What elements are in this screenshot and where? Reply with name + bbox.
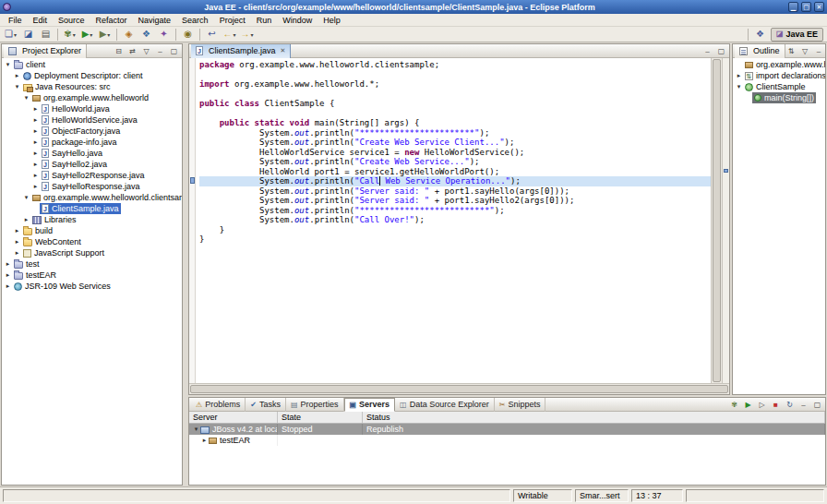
- window-titlebar[interactable]: Java EE - client/src/org/example/www/hel…: [0, 0, 827, 14]
- menu-source[interactable]: Source: [53, 16, 90, 25]
- expanded-arrow-icon[interactable]: ▾: [192, 424, 200, 435]
- code-line[interactable]: [199, 109, 711, 119]
- collapsed-arrow-icon[interactable]: ▸: [4, 270, 12, 281]
- annotation-ruler[interactable]: [189, 58, 196, 383]
- collapse-all-button[interactable]: ⊟: [113, 45, 125, 57]
- tree-item-helloworld-java[interactable]: ▸HelloWorld.java: [2, 103, 182, 114]
- dropdown-arrow-icon[interactable]: ▾: [250, 31, 253, 38]
- vertical-scroll-thumb[interactable]: [713, 59, 721, 382]
- open-perspective-button[interactable]: ❖: [752, 28, 768, 42]
- code-line[interactable]: System.out.println("Call Over!");: [199, 215, 711, 225]
- start-server-button[interactable]: ▶: [742, 399, 754, 411]
- debug-server-button[interactable]: ✾: [728, 399, 740, 411]
- new-web-service-button[interactable]: ◈: [121, 28, 137, 42]
- server-row-jboss-v4-2-at-localhost[interactable]: ▾JBoss v4.2 at localhostStoppedRepublish: [189, 424, 825, 435]
- tree-item-build[interactable]: ▸build: [2, 225, 182, 236]
- tab-tasks[interactable]: ✔Tasks: [246, 398, 286, 412]
- tree-item-sayhelloresponse-java[interactable]: ▸SayHelloResponse.java: [2, 181, 182, 192]
- tree-item-libraries[interactable]: ▸Libraries: [2, 214, 182, 225]
- new-wizard-button[interactable]: ❏▾: [3, 28, 18, 42]
- menu-file[interactable]: File: [3, 16, 28, 25]
- collapsed-arrow-icon[interactable]: ▸: [31, 181, 40, 192]
- editor-vertical-scrollbar[interactable]: [711, 58, 722, 383]
- last-edit-location-button[interactable]: ↩: [204, 28, 220, 42]
- print-button[interactable]: ▤: [38, 28, 54, 42]
- menu-refactor[interactable]: Refactor: [90, 16, 133, 25]
- server-row-testear[interactable]: ▸testEAR: [189, 435, 825, 446]
- collapsed-arrow-icon[interactable]: ▸: [13, 70, 21, 81]
- code-line[interactable]: HelloWorld port1 = service1.getHelloWorl…: [199, 167, 711, 177]
- expanded-arrow-icon[interactable]: ▾: [4, 59, 12, 70]
- tree-item-javascript-support[interactable]: ▸JavaScript Support: [2, 247, 182, 258]
- run-button[interactable]: ▶▾: [79, 28, 95, 42]
- collapsed-arrow-icon[interactable]: ▸: [31, 114, 40, 126]
- external-tools-button[interactable]: ▶▾: [97, 28, 113, 42]
- code-line[interactable]: [199, 90, 711, 100]
- outline-tab[interactable]: Outline: [735, 44, 785, 58]
- expanded-arrow-icon[interactable]: ▾: [22, 192, 30, 203]
- tree-item-main-string[interactable]: main(String[]): [733, 92, 825, 103]
- code-line[interactable]: [199, 70, 711, 80]
- collapsed-arrow-icon[interactable]: ▸: [13, 225, 21, 236]
- link-with-editor-button[interactable]: ⇄: [126, 45, 138, 57]
- view-menu-button[interactable]: ▽: [799, 45, 811, 57]
- horizontal-scroll-thumb[interactable]: [190, 385, 728, 393]
- tree-item-sayhello2-java[interactable]: ▸SayHello2.java: [2, 159, 182, 170]
- tree-item-sayhello2response-java[interactable]: ▸SayHello2Response.java: [2, 170, 182, 181]
- code-line[interactable]: System.out.println("Server said: " + por…: [199, 186, 711, 197]
- code-area[interactable]: package org.example.www.helloworld.clien…: [196, 58, 711, 383]
- new-servlet-button[interactable]: ❖: [138, 28, 154, 42]
- perspective-java-ee-button[interactable]: ◪ Java EE: [771, 28, 823, 42]
- code-line[interactable]: }: [199, 225, 711, 235]
- code-line[interactable]: }: [199, 234, 711, 245]
- code-line[interactable]: System.out.println("Server said: " + por…: [199, 196, 711, 206]
- code-line[interactable]: System.out.println("Call Web Service Ope…: [199, 176, 711, 186]
- menu-project[interactable]: Project: [214, 16, 251, 25]
- tree-item-deployment-descriptor-client[interactable]: ▸Deployment Descriptor: client: [2, 70, 182, 81]
- stop-server-button[interactable]: ■: [770, 399, 782, 411]
- search-button[interactable]: ◉: [180, 28, 196, 42]
- column-header-server[interactable]: Server: [189, 412, 278, 423]
- dropdown-arrow-icon[interactable]: ▾: [233, 31, 235, 38]
- tree-item-sayhello-java[interactable]: ▸SayHello.java: [2, 148, 182, 159]
- code-line[interactable]: System.out.println("********************…: [199, 128, 711, 138]
- tree-item-clientsample-java[interactable]: ClientSample.java: [2, 203, 182, 214]
- expanded-arrow-icon[interactable]: ▾: [13, 81, 21, 92]
- view-menu-button[interactable]: ▽: [140, 45, 152, 57]
- tree-item-testear[interactable]: ▸testEAR: [2, 270, 182, 281]
- tree-item-org-example-www-helloworld[interactable]: ▾org.example.www.helloworld: [2, 92, 182, 103]
- back-button[interactable]: ←▾: [222, 28, 237, 42]
- minimize-view-button[interactable]: –: [154, 45, 166, 57]
- collapsed-arrow-icon[interactable]: ▸: [200, 435, 209, 446]
- overview-ruler[interactable]: [722, 58, 729, 383]
- tree-item-helloworldservice-java[interactable]: ▸HelloWorldService.java: [2, 114, 182, 126]
- dropdown-arrow-icon[interactable]: ▾: [107, 31, 110, 38]
- menu-window[interactable]: Window: [277, 16, 318, 25]
- sort-button[interactable]: ⇅: [785, 45, 797, 57]
- maximize-window-button[interactable]: ▢: [801, 2, 811, 12]
- menu-navigate[interactable]: Navigate: [133, 16, 177, 25]
- tree-item-org-example-www-helloworld[interactable]: org.example.www.helloworld: [733, 59, 825, 70]
- minimize-view-button[interactable]: –: [701, 45, 713, 57]
- column-header-status[interactable]: Status: [363, 412, 825, 423]
- insert-mode-indicator[interactable]: Smar...sert: [575, 489, 629, 502]
- code-line[interactable]: package org.example.www.helloworld.clien…: [199, 60, 711, 70]
- collapsed-arrow-icon[interactable]: ▸: [4, 258, 12, 270]
- tree-item-webcontent[interactable]: ▸WebContent: [2, 236, 182, 247]
- close-window-button[interactable]: ✕: [814, 2, 824, 12]
- maximize-view-button[interactable]: ▢: [168, 45, 180, 57]
- tree-item-jsr-109-web-services[interactable]: ▸JSR-109 Web Services: [2, 281, 182, 292]
- collapsed-arrow-icon[interactable]: ▸: [735, 70, 743, 81]
- code-line[interactable]: import org.example.www.helloworld.*;: [199, 79, 711, 90]
- menu-search[interactable]: Search: [176, 16, 214, 25]
- menu-help[interactable]: Help: [318, 16, 346, 25]
- code-line[interactable]: System.out.println("********************…: [199, 206, 711, 216]
- debug-button[interactable]: ✾▾: [62, 28, 78, 42]
- collapsed-arrow-icon[interactable]: ▸: [13, 236, 21, 247]
- save-button[interactable]: ◪: [20, 28, 36, 42]
- code-line[interactable]: HelloWorldService service1 = new HelloWo…: [199, 148, 711, 158]
- menu-run[interactable]: Run: [251, 16, 278, 25]
- collapsed-arrow-icon[interactable]: ▸: [31, 159, 40, 170]
- close-tab-icon[interactable]: ✕: [281, 47, 286, 54]
- collapsed-arrow-icon[interactable]: ▸: [4, 281, 12, 292]
